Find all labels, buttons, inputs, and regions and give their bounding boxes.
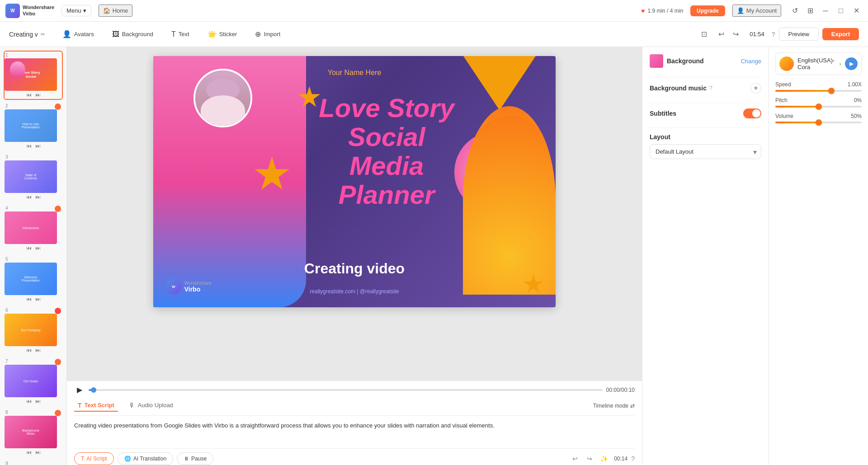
slide-prev-btn[interactable]: ⏮ <box>26 296 32 302</box>
slide-badge <box>55 410 61 416</box>
slide-prev-btn[interactable]: ⏮ <box>26 92 32 98</box>
speed-slider-track[interactable] <box>775 90 862 92</box>
slide-item[interactable]: 1 Love StorySocial ⏮ ⏭ <box>4 51 63 100</box>
script-textarea[interactable] <box>74 421 635 440</box>
background-button[interactable]: 🖼 Background <box>104 27 161 42</box>
slide-item[interactable]: 3 Table ofContents ⏮ ⏭ <box>4 153 63 202</box>
square-button[interactable]: ⊡ <box>697 28 711 41</box>
close-button[interactable]: ✕ <box>850 5 863 17</box>
script-content <box>74 416 635 448</box>
background-music-help[interactable]: ? <box>709 85 712 91</box>
slide-next-btn[interactable]: ⏭ <box>35 245 41 251</box>
slide-prev-btn[interactable]: ⏮ <box>26 398 32 404</box>
account-button[interactable]: 👤 My Account <box>732 5 781 17</box>
voice-selector[interactable]: English(USA)-Cora › ▶ <box>775 52 862 75</box>
ai-script-button[interactable]: T AI Script <box>74 452 114 465</box>
slide-next-btn[interactable]: ⏭ <box>35 449 41 456</box>
speed-label: Speed <box>775 81 791 88</box>
slide-next-btn[interactable]: ⏭ <box>35 143 41 149</box>
center-area: Your Name Here Love Story Social Media P… <box>67 47 642 465</box>
sticker-button[interactable]: 🌟 Sticker <box>199 26 245 42</box>
slide-next-btn[interactable]: ⏭ <box>35 194 41 200</box>
divider-3 <box>650 127 761 128</box>
script-bottom: T AI Script 🌐 AI Translation ⏸ Pause ↩ ↪… <box>74 448 635 465</box>
slide-item[interactable]: 9 ⏮ ⏭ <box>4 459 63 465</box>
virbo-logo-text: Wondershare Virbo <box>184 281 212 293</box>
slide-item[interactable]: 8 BackgroundMusic ⏮ ⏭ <box>4 408 63 457</box>
upgrade-button[interactable]: Upgrade <box>690 5 725 16</box>
slide-next-btn[interactable]: ⏭ <box>35 92 41 98</box>
add-music-button[interactable]: + <box>750 83 761 94</box>
slide-item[interactable]: 6 Our Company ⏮ ⏭ <box>4 306 63 355</box>
slide-item[interactable]: 5 WelcomePresentation ⏮ ⏭ <box>4 255 63 304</box>
voice-name: English(USA)-Cora <box>797 57 835 70</box>
volume-slider-track[interactable] <box>775 122 862 123</box>
export-button[interactable]: Export <box>822 28 859 40</box>
canvas-avatar <box>193 69 252 127</box>
background-music-label: Background music <box>650 85 707 92</box>
top-icons: ↺ ⊞ ─ □ ✕ <box>788 5 863 17</box>
slide-item[interactable]: 7 Our Goals ⏮ ⏭ <box>4 357 63 406</box>
text-script-icon: T <box>78 402 82 409</box>
timeline-dot <box>91 387 96 393</box>
text-icon: T <box>171 30 176 38</box>
volume-value: 50% <box>851 113 862 119</box>
script-help-icon[interactable]: ? <box>631 455 635 462</box>
import-button[interactable]: ⊕ Import <box>247 26 288 42</box>
avatars-icon: 👤 <box>62 30 71 38</box>
text-script-tab[interactable]: T Text Script <box>74 400 118 412</box>
slide-next-btn[interactable]: ⏭ <box>35 347 41 353</box>
volume-slider-thumb[interactable] <box>816 119 822 126</box>
pitch-value: 0% <box>854 97 862 103</box>
app-logo-icon: W <box>5 4 20 18</box>
slide-next-btn[interactable]: ⏭ <box>35 398 41 404</box>
slide-badge <box>55 206 61 212</box>
edit-icon: ✏ <box>41 31 45 38</box>
heart-icon: ♥ <box>641 7 645 14</box>
menu-button[interactable]: Menu ▾ <box>61 5 91 16</box>
voice-panel: English(USA)-Cora › ▶ Speed 1.00X Pitch … <box>769 47 868 465</box>
home-button[interactable]: 🏠 Home <box>99 5 133 17</box>
slide-thumbnail: Table ofContents <box>5 160 57 193</box>
pause-button[interactable]: ⏸ Pause <box>177 452 213 465</box>
audio-upload-tab[interactable]: 🎙 Audio Upload <box>125 400 177 412</box>
script-undo-button[interactable]: ↩ <box>569 452 581 465</box>
slide-prev-btn[interactable]: ⏮ <box>26 194 32 200</box>
project-name[interactable]: Creating v ✏ <box>9 31 45 38</box>
slide-prev-btn[interactable]: ⏮ <box>26 245 32 251</box>
script-redo-button[interactable]: ↪ <box>583 452 596 465</box>
maximize-button[interactable]: □ <box>835 5 847 17</box>
preview-button[interactable]: Preview <box>779 28 819 41</box>
slide-item[interactable]: 4 Introduction ⏮ ⏭ <box>4 204 63 253</box>
layout-select[interactable]: Default Layout <box>650 144 761 159</box>
speed-slider-thumb[interactable] <box>828 88 835 94</box>
voice-play-button[interactable]: ▶ <box>845 57 858 70</box>
slide-prev-btn[interactable]: ⏮ <box>26 449 32 456</box>
undo-button[interactable]: ↩ <box>714 28 728 41</box>
script-magic-button[interactable]: ✨ <box>598 452 610 465</box>
play-button[interactable]: ▶ <box>74 385 85 395</box>
text-button[interactable]: T Text <box>163 27 198 42</box>
help-icon[interactable]: ? <box>772 31 775 38</box>
slide-prev-btn[interactable]: ⏮ <box>26 347 32 353</box>
ai-translation-button[interactable]: 🌐 AI Translation <box>118 452 173 465</box>
pitch-slider-thumb[interactable] <box>816 103 822 110</box>
subtitles-toggle[interactable] <box>743 108 761 118</box>
canvas-title-area: Love Story Social Media Planner <box>306 94 467 209</box>
slide-item[interactable]: 2 How to UsePresentation ⏮ ⏭ <box>4 102 63 151</box>
background-preview <box>650 54 663 68</box>
pitch-slider-track[interactable] <box>775 106 862 108</box>
timeline-mode-button[interactable]: Timeline mode ⇄ <box>593 403 635 409</box>
avatars-button[interactable]: 👤 Avatars <box>54 26 102 42</box>
grid-button[interactable]: ⊞ <box>804 5 816 17</box>
slide-prev-btn[interactable]: ⏮ <box>26 143 32 149</box>
minimize-button[interactable]: ─ <box>819 5 832 17</box>
change-background-button[interactable]: Change <box>741 58 761 65</box>
slide-next-btn[interactable]: ⏭ <box>35 296 41 302</box>
undo-redo-group: ↩ ↪ <box>714 28 742 41</box>
timeline-bar[interactable] <box>89 389 603 391</box>
history-button[interactable]: ↺ <box>788 5 801 17</box>
speed-slider-fill <box>775 90 831 92</box>
canvas-title: Love Story Social Media Planner <box>306 94 467 209</box>
redo-button[interactable]: ↪ <box>729 28 742 41</box>
